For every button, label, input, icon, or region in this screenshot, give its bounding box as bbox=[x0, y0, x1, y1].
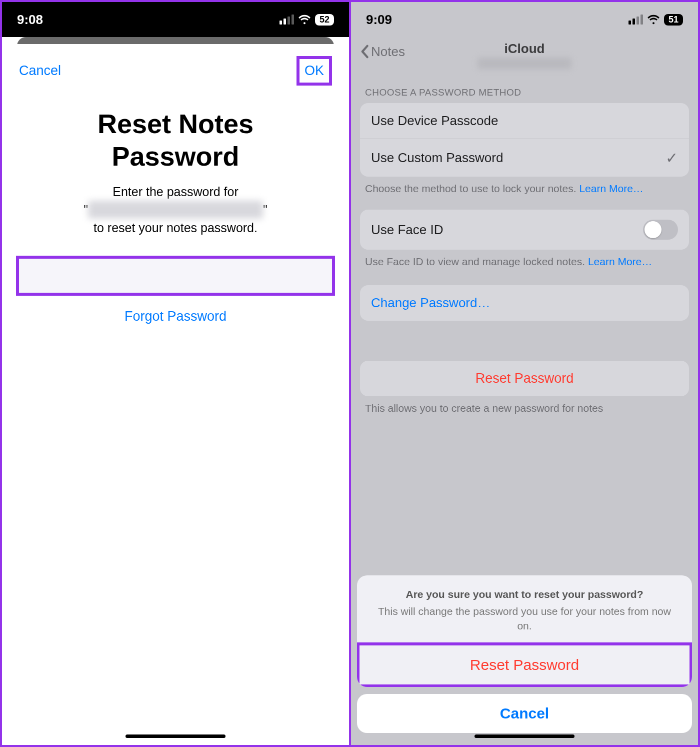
row-use-custom-password[interactable]: Use Custom Password ✓ bbox=[360, 139, 689, 177]
group-reset-password: Reset Password bbox=[360, 361, 689, 396]
footer-text: Use Face ID to view and manage locked no… bbox=[365, 256, 588, 267]
battery-icon: 51 bbox=[664, 14, 683, 26]
nav-subtitle-redacted: xxxxxxxxxxxxxxxxxx bbox=[478, 58, 572, 69]
status-bar: 9:09 51 bbox=[351, 2, 698, 37]
row-use-device-passcode[interactable]: Use Device Passcode bbox=[360, 103, 689, 139]
home-indicator[interactable] bbox=[474, 734, 574, 738]
cancel-button[interactable]: Cancel bbox=[357, 694, 692, 733]
faceid-toggle[interactable] bbox=[643, 220, 678, 240]
reset-sheet: Cancel OK Reset Notes Password Enter the… bbox=[2, 44, 349, 745]
action-sheet-explain: This will change the password you use fo… bbox=[371, 604, 678, 633]
status-time: 9:09 bbox=[366, 12, 392, 28]
status-icons: 52 bbox=[280, 13, 334, 26]
action-sheet-card: Are you sure you want to reset your pass… bbox=[357, 575, 692, 687]
section-footer-password-method: Choose the method to use to lock your no… bbox=[351, 177, 698, 196]
row-label: Use Face ID bbox=[371, 222, 444, 238]
desc-quote-close: " bbox=[263, 203, 268, 217]
password-input[interactable] bbox=[19, 259, 332, 293]
ok-button-highlight: OK bbox=[296, 56, 332, 86]
phone-right: 9:09 51 Notes iCloud xxxxxxxxxxxxxxxxxx … bbox=[350, 2, 698, 745]
ok-button[interactable]: OK bbox=[304, 63, 324, 79]
desc-quote-open: " bbox=[84, 203, 88, 217]
group-password-method: Use Device Passcode Use Custom Password … bbox=[360, 103, 689, 177]
toggle-knob bbox=[644, 221, 662, 238]
row-label: Reset Password bbox=[476, 371, 574, 386]
action-sheet-text: Are you sure you want to reset your pass… bbox=[357, 575, 692, 643]
password-field-highlight bbox=[16, 256, 335, 296]
row-reset-password[interactable]: Reset Password bbox=[360, 361, 689, 396]
forgot-password-link[interactable]: Forgot Password bbox=[2, 309, 349, 324]
home-indicator[interactable] bbox=[126, 734, 226, 738]
title-line-2: Password bbox=[112, 141, 239, 171]
reset-description: Enter the password for "xxxxxxxxxxxxxxxx… bbox=[27, 183, 324, 237]
nav-title-stack: iCloud xxxxxxxxxxxxxxxxxx bbox=[478, 41, 572, 69]
section-footer-reset: This allows you to create a new password… bbox=[351, 396, 698, 415]
row-label: Change Password… bbox=[371, 295, 490, 311]
status-time: 9:08 bbox=[17, 12, 43, 28]
checkmark-icon: ✓ bbox=[666, 149, 678, 167]
group-faceid: Use Face ID bbox=[360, 210, 689, 250]
row-use-face-id[interactable]: Use Face ID bbox=[360, 210, 689, 250]
back-label: Notes bbox=[371, 44, 405, 60]
chevron-left-icon bbox=[360, 45, 369, 59]
cellular-icon bbox=[280, 15, 294, 25]
action-sheet-question: Are you sure you want to reset your pass… bbox=[371, 588, 678, 600]
learn-more-link[interactable]: Learn More… bbox=[588, 256, 652, 267]
page-title: Reset Notes Password bbox=[22, 108, 329, 173]
settings-nav: Notes iCloud xxxxxxxxxxxxxxxxxx bbox=[351, 37, 698, 67]
action-sheet: Are you sure you want to reset your pass… bbox=[351, 575, 698, 745]
wifi-icon bbox=[298, 13, 311, 26]
row-change-password[interactable]: Change Password… bbox=[360, 285, 689, 321]
phone-left: 9:08 52 Cancel OK Reset Notes Password E… bbox=[2, 2, 350, 745]
battery-icon: 52 bbox=[315, 14, 334, 26]
row-label: Use Custom Password bbox=[371, 150, 503, 166]
wifi-icon bbox=[647, 13, 660, 26]
footer-text: Choose the method to use to lock your no… bbox=[365, 183, 579, 194]
title-line-1: Reset Notes bbox=[98, 109, 254, 139]
status-bar: 9:08 52 bbox=[2, 2, 349, 37]
desc-line-1: Enter the password for bbox=[112, 185, 238, 199]
row-label: Use Device Passcode bbox=[371, 113, 498, 129]
cancel-button[interactable]: Cancel bbox=[19, 63, 61, 79]
desc-line-3: to reset your notes password. bbox=[94, 221, 258, 235]
learn-more-link[interactable]: Learn More… bbox=[579, 183, 643, 194]
sheet-nav: Cancel OK bbox=[2, 44, 349, 93]
reset-password-button[interactable]: Reset Password bbox=[357, 642, 692, 687]
settings-screen: Notes iCloud xxxxxxxxxxxxxxxxxx CHOOSE A… bbox=[351, 37, 698, 745]
section-footer-faceid: Use Face ID to view and manage locked no… bbox=[351, 250, 698, 269]
cellular-icon bbox=[628, 15, 643, 25]
status-icons: 51 bbox=[628, 13, 683, 26]
section-header-password-method: CHOOSE A PASSWORD METHOD bbox=[351, 67, 698, 103]
group-change-password: Change Password… bbox=[360, 285, 689, 321]
back-button[interactable]: Notes bbox=[360, 44, 405, 60]
redacted-email: xxxxxxxxxxxxxxxxxxxxxxxxxxxx bbox=[88, 201, 263, 219]
nav-title: iCloud bbox=[478, 41, 572, 57]
